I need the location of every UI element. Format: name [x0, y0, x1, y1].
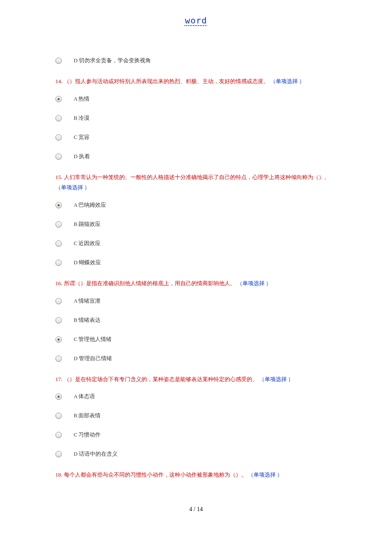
option-label: D 执着	[74, 153, 90, 160]
radio-icon-selected[interactable]	[55, 393, 62, 400]
option-label: C 习惯动作	[74, 431, 101, 439]
page-footer: 4 / 14	[0, 506, 392, 526]
option-label: D 蝴蝶效应	[74, 259, 101, 266]
q15-option-b[interactable]: B 踢猫效应	[55, 221, 337, 228]
page-header-title: word	[0, 0, 392, 26]
question-number: 17.	[55, 376, 62, 382]
q14-option-a[interactable]: A 热情	[55, 95, 337, 103]
option-label: C 宽容	[74, 134, 89, 141]
question-number: 18.	[55, 471, 62, 478]
radio-icon[interactable]	[55, 134, 62, 141]
option-label: D 话语中的在含义	[74, 451, 118, 458]
q17-option-d[interactable]: D 话语中的在含义	[55, 451, 337, 458]
radio-icon-selected[interactable]	[55, 336, 62, 343]
q16-option-a[interactable]: A 情绪宣泄	[55, 298, 337, 305]
q15-option-d[interactable]: D 蝴蝶效应	[55, 259, 337, 266]
option-label: B 情绪表达	[74, 317, 101, 324]
prev-option-d[interactable]: D 切勿求全责备，学会变换视角	[55, 57, 337, 64]
question-body: （）是在特定场合下有专门含义的，某种姿态是能够表达某种特定的心感受的。	[64, 376, 258, 382]
option-label: B 踢猫效应	[74, 221, 101, 228]
radio-icon[interactable]	[55, 58, 62, 64]
option-label: B 冷漠	[74, 115, 89, 122]
q17-option-c[interactable]: C 习惯动作	[55, 431, 337, 439]
q16-option-d[interactable]: D 管理自己情绪	[55, 355, 337, 362]
question-type: （单项选择 ）	[248, 471, 282, 478]
option-label: A 热情	[74, 95, 89, 103]
radio-icon[interactable]	[55, 153, 62, 160]
radio-icon[interactable]	[55, 260, 62, 266]
question-body: 所谓（）是指在准确识别他人情绪的根底上，用自己的情商影响他人。	[64, 280, 236, 286]
question-body: （）指人参与活动或对特别人所表现出来的热烈、积极、主动，友好的情感或态度。	[64, 78, 269, 84]
q17-option-b[interactable]: B 面部表情	[55, 412, 337, 419]
question-number: 16.	[55, 280, 62, 286]
question-type: （单项选择 ）	[259, 376, 294, 382]
radio-icon-selected[interactable]	[55, 202, 62, 208]
radio-icon[interactable]	[55, 221, 62, 228]
question-number: 15.	[55, 174, 62, 180]
q15-option-a[interactable]: A 巴纳姆效应	[55, 202, 337, 209]
option-label: A 巴纳姆效应	[74, 202, 106, 209]
q14-option-d[interactable]: D 执着	[55, 153, 337, 160]
question-14: 14. （）指人参与活动或对特别人所表现出来的热烈、积极、主动，友好的情感或态度…	[55, 76, 337, 87]
question-body: 每个人都会有些与众不同的习惯性小动作，这种小动作被形象地称为（）。	[64, 471, 247, 478]
content-area: D 切勿求全责备，学会变换视角 14. （）指人参与活动或对特别人所表现出来的热…	[0, 26, 392, 480]
q17-option-a[interactable]: A 体态语	[55, 393, 337, 400]
question-type: （单项选择 ）	[270, 78, 305, 84]
radio-icon-selected[interactable]	[55, 96, 62, 102]
question-type: （单项选择 ）	[55, 184, 90, 191]
q15-option-c[interactable]: C 近因效应	[55, 240, 337, 247]
question-body: 人们常常认为一种笼统的、一般性的人格描述十分准确地揭示了自己的特点，心理学上将这…	[64, 174, 330, 180]
radio-icon[interactable]	[55, 240, 62, 247]
option-label: C 管理他人情绪	[74, 336, 112, 343]
radio-icon[interactable]	[55, 298, 62, 304]
option-label: C 近因效应	[74, 240, 101, 247]
radio-icon[interactable]	[55, 317, 62, 324]
option-label: D 管理自己情绪	[74, 355, 112, 362]
option-label: A 情绪宣泄	[74, 298, 101, 305]
q16-option-c[interactable]: C 管理他人情绪	[55, 336, 337, 343]
option-label: B 面部表情	[74, 412, 101, 419]
radio-icon[interactable]	[55, 356, 62, 362]
radio-icon[interactable]	[55, 432, 62, 438]
q14-option-b[interactable]: B 冷漠	[55, 115, 337, 122]
question-15: 15. 人们常常认为一种笼统的、一般性的人格描述十分准确地揭示了自己的特点，心理…	[55, 172, 337, 193]
q14-option-c[interactable]: C 宽容	[55, 134, 337, 141]
radio-icon[interactable]	[55, 115, 62, 121]
option-label: D 切勿求全责备，学会变换视角	[74, 57, 151, 64]
question-number: 14.	[55, 78, 62, 84]
question-16: 16. 所谓（）是指在准确识别他人情绪的根底上，用自己的情商影响他人。 （单项选…	[55, 278, 337, 289]
question-type: （单项选择 ）	[237, 280, 271, 286]
question-18: 18. 每个人都会有些与众不同的习惯性小动作，这种小动作被形象地称为（）。 （单…	[55, 470, 337, 480]
option-label: A 体态语	[74, 393, 95, 400]
q16-option-b[interactable]: B 情绪表达	[55, 317, 337, 324]
radio-icon[interactable]	[55, 413, 62, 419]
question-17: 17. （）是在特定场合下有专门含义的，某种姿态是能够表达某种特定的心感受的。 …	[55, 374, 337, 385]
radio-icon[interactable]	[55, 451, 62, 457]
